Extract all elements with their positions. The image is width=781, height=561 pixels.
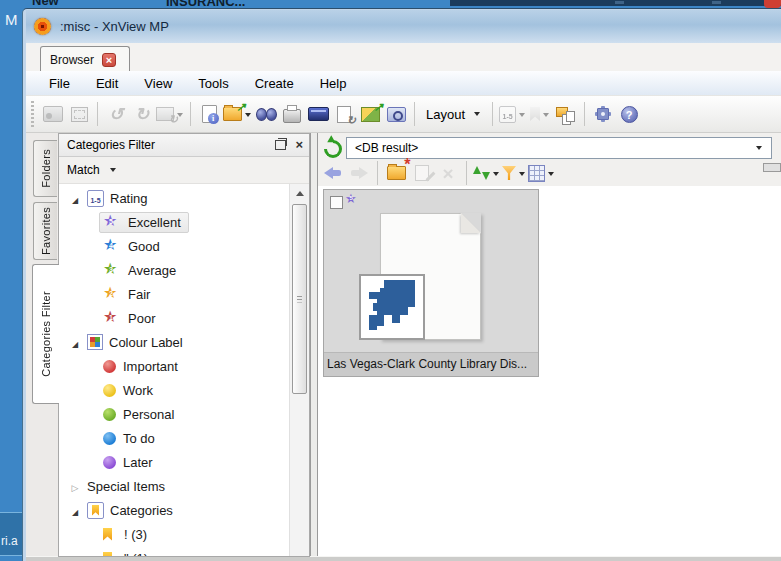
- new-folder-button[interactable]: [384, 160, 408, 186]
- pane-handle[interactable]: [763, 163, 781, 172]
- tree-item-fair[interactable]: 2 Fair: [59, 282, 309, 306]
- print-button[interactable]: [280, 101, 304, 127]
- toolbar-grip[interactable]: [31, 101, 34, 127]
- expander-open-icon[interactable]: [69, 503, 81, 518]
- desktop-icon-label-m[interactable]: M: [5, 11, 18, 28]
- panel-splitter[interactable]: [310, 133, 318, 557]
- scrollbar-up-arrow-icon[interactable]: [292, 186, 307, 200]
- combobox-arrow-icon[interactable]: [756, 146, 762, 153]
- tree-item-excellent[interactable]: 5 Excellent: [59, 210, 309, 234]
- desktop-icon-label-ria[interactable]: ri.a: [1, 534, 18, 548]
- dropdown-arrow-icon[interactable]: [110, 168, 116, 175]
- categories-section-icon: [87, 502, 104, 519]
- menu-edit[interactable]: Edit: [83, 73, 131, 94]
- match-dropdown-label[interactable]: Match: [67, 163, 100, 177]
- expander-closed-icon[interactable]: [69, 479, 81, 494]
- menu-view[interactable]: View: [131, 73, 185, 94]
- tree-scrollbar[interactable]: [289, 184, 309, 556]
- tree-item-average[interactable]: 3 Average: [59, 258, 309, 282]
- tree-item-label: Excellent: [128, 215, 181, 230]
- delete-button[interactable]: [436, 160, 460, 186]
- fullscreen-button[interactable]: [67, 101, 91, 127]
- tree-item-poor[interactable]: 1 Poor: [59, 306, 309, 330]
- menu-help[interactable]: Help: [307, 73, 360, 94]
- color-label-button[interactable]: [528, 101, 552, 127]
- search-button[interactable]: [254, 101, 278, 127]
- acquire-scan-button[interactable]: [306, 101, 330, 127]
- categories-button[interactable]: [554, 101, 578, 127]
- yellow-circle-icon: [103, 384, 116, 397]
- tree-item-label: ! (3): [124, 527, 147, 542]
- dropdown-arrow-icon: [548, 172, 554, 179]
- thumbnail-item[interactable]: 5 Las Vegas-Clark County Library Dis...: [323, 189, 539, 377]
- fullscreen-icon: [71, 107, 88, 122]
- rotate-left-button[interactable]: [104, 101, 128, 127]
- menu-create[interactable]: Create: [242, 73, 307, 94]
- menu-file[interactable]: File: [36, 73, 83, 94]
- tab-close-icon[interactable]: [102, 53, 116, 67]
- panel-float-icon[interactable]: [275, 140, 286, 150]
- transform-button[interactable]: [156, 101, 184, 127]
- scrollbar-thumb[interactable]: [292, 204, 307, 394]
- browser-toolbar: [320, 160, 556, 186]
- new-folder-icon: [387, 166, 406, 180]
- view-image-button[interactable]: [41, 101, 65, 127]
- background-window-maximize-button[interactable]: [712, 1, 721, 4]
- convert-button[interactable]: [332, 101, 356, 127]
- tree-item-later[interactable]: Later: [59, 450, 309, 474]
- sidebar-tab-folders[interactable]: Folders: [33, 140, 57, 197]
- image-view-icon: [43, 106, 63, 122]
- layout-dropdown-button[interactable]: Layout: [420, 101, 487, 127]
- back-arrow-icon: [324, 167, 342, 179]
- expander-open-icon[interactable]: [69, 335, 81, 350]
- background-window-close-button[interactable]: [764, 0, 781, 8]
- info-icon: [202, 105, 217, 123]
- tree-item-category-quote[interactable]: " (1): [59, 546, 309, 557]
- back-button[interactable]: [321, 160, 345, 186]
- tree-item-label: Work: [123, 383, 153, 398]
- window-titlebar[interactable]: :misc - XnView MP: [26, 10, 781, 43]
- rating-button[interactable]: [499, 101, 526, 127]
- tree-item-special-items[interactable]: Special Items: [59, 474, 309, 498]
- tree-item-label: Good: [128, 239, 160, 254]
- tree-item-colour-label[interactable]: Colour Label: [59, 330, 309, 354]
- tree-item-label: Categories: [110, 503, 173, 518]
- filter-button[interactable]: [502, 160, 526, 186]
- open-with-button[interactable]: [223, 101, 252, 127]
- thumbnail-checkbox[interactable]: [330, 196, 343, 209]
- dropdown-arrow-icon: [493, 172, 499, 179]
- properties-info-button[interactable]: [197, 101, 221, 127]
- tree-item-important[interactable]: Important: [59, 354, 309, 378]
- tree-item-categories[interactable]: Categories: [59, 498, 309, 522]
- edit-button[interactable]: [410, 160, 434, 186]
- tree-item-work[interactable]: Work: [59, 378, 309, 402]
- tree-item-category-exclaim[interactable]: ! (3): [59, 522, 309, 546]
- menu-tools[interactable]: Tools: [185, 73, 241, 94]
- tree-item-good[interactable]: 4 Good: [59, 234, 309, 258]
- view-mode-button[interactable]: [528, 160, 555, 186]
- categories-filter-panel: Categories Filter Match Rating 5 Excelle…: [58, 133, 310, 557]
- desktop-icon-label-new[interactable]: New: [32, 0, 59, 8]
- capture-button[interactable]: [384, 101, 408, 127]
- tab-browser[interactable]: Browser: [40, 46, 130, 72]
- tree-item-rating[interactable]: Rating: [59, 186, 309, 210]
- help-button[interactable]: [617, 101, 641, 127]
- rotate-right-icon: [135, 104, 149, 125]
- sidebar-tab-favorites[interactable]: Favorites: [33, 202, 57, 260]
- toolbar-separator: [377, 161, 378, 185]
- expander-open-icon[interactable]: [69, 191, 81, 206]
- background-window-minimize-button[interactable]: [615, 1, 624, 4]
- sort-arrows-icon: [473, 166, 490, 180]
- panel-header[interactable]: Categories Filter: [59, 134, 309, 157]
- rotate-right-button[interactable]: [130, 101, 154, 127]
- settings-button[interactable]: [591, 101, 615, 127]
- batch-convert-button[interactable]: [358, 101, 382, 127]
- sidebar-tab-categories-filter[interactable]: Categories Filter: [32, 264, 59, 404]
- tree-item-todo[interactable]: To do: [59, 426, 309, 450]
- forward-button[interactable]: [347, 160, 371, 186]
- star-1-icon: 1: [103, 310, 121, 327]
- panel-close-icon[interactable]: [295, 139, 303, 151]
- toolbar-separator: [414, 102, 415, 126]
- tree-item-personal[interactable]: Personal: [59, 402, 309, 426]
- sort-button[interactable]: [473, 160, 500, 186]
